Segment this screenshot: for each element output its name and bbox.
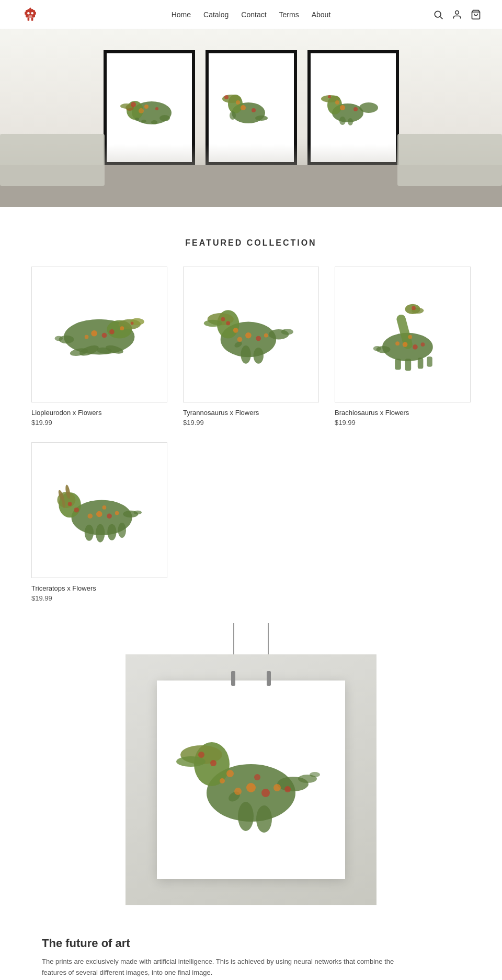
svg-point-74: [264, 333, 268, 338]
promo-section: [0, 623, 502, 916]
svg-point-110: [74, 508, 79, 513]
svg-point-60: [55, 336, 63, 341]
svg-point-44: [335, 100, 339, 105]
svg-point-127: [198, 752, 204, 758]
product-image-brachiosaurus: [335, 267, 471, 402]
svg-point-43: [348, 118, 353, 125]
nav-terms[interactable]: Terms: [279, 10, 299, 19]
svg-point-73: [226, 321, 231, 326]
svg-point-130: [220, 778, 225, 783]
logo-icon: [21, 5, 40, 24]
svg-point-68: [241, 345, 251, 364]
svg-point-41: [353, 107, 358, 111]
dino-svg-brachiosaurus: [352, 284, 453, 385]
svg-point-131: [284, 786, 291, 792]
svg-rect-81: [395, 359, 401, 370]
svg-point-39: [328, 95, 331, 98]
svg-point-104: [118, 523, 126, 538]
svg-point-88: [413, 344, 418, 350]
couch-pillow-right: [397, 134, 502, 186]
product-price-4: $19.99: [31, 594, 167, 602]
svg-point-38: [359, 102, 378, 113]
svg-point-56: [109, 329, 115, 335]
product-card-2[interactable]: Tyrannosaurus x Flowers $19.99: [183, 267, 319, 426]
svg-point-109: [115, 511, 119, 515]
svg-point-9: [29, 7, 31, 9]
svg-point-22: [159, 115, 170, 121]
svg-point-128: [226, 770, 234, 777]
svg-rect-7: [28, 17, 30, 20]
svg-point-10: [435, 11, 441, 17]
svg-point-33: [230, 111, 236, 120]
svg-rect-5: [25, 11, 26, 14]
svg-point-30: [241, 105, 246, 110]
product-card-1[interactable]: Liopleurodon x Flowers $19.99: [31, 267, 167, 426]
cart-icon[interactable]: [471, 9, 481, 20]
svg-point-129: [254, 774, 260, 780]
clip-left: [231, 671, 235, 686]
couch-pillow-left: [0, 134, 105, 186]
svg-point-125: [210, 760, 216, 766]
svg-point-54: [102, 333, 107, 338]
dino-svg-trex: [200, 284, 302, 385]
promo-image-wrap: [126, 654, 376, 905]
product-image-trex: [183, 267, 319, 402]
svg-point-2: [27, 12, 30, 15]
svg-point-100: [134, 511, 142, 515]
svg-point-18: [131, 102, 136, 107]
svg-point-12: [455, 10, 459, 14]
promo-clips: [231, 671, 271, 686]
product-card-3[interactable]: Brachiosaurus x Flowers $19.99: [335, 267, 471, 426]
svg-point-92: [421, 342, 425, 347]
nav-catalog[interactable]: Catalog: [203, 10, 229, 19]
hero-dino-trex: [319, 79, 387, 136]
svg-point-69: [254, 348, 264, 364]
featured-collection: FEATURED COLLECTION: [0, 207, 502, 623]
svg-point-42: [339, 117, 346, 125]
svg-point-64: [204, 320, 222, 327]
svg-rect-84: [427, 357, 432, 367]
search-icon[interactable]: [433, 9, 443, 20]
svg-point-111: [102, 505, 107, 510]
featured-title: FEATURED COLLECTION: [31, 238, 471, 248]
svg-point-120: [238, 802, 254, 831]
svg-point-101: [85, 525, 94, 541]
svg-point-124: [234, 788, 242, 795]
svg-point-53: [92, 330, 98, 337]
product-card-4[interactable]: Triceratops x Flowers $19.99: [31, 442, 167, 602]
product-name-4: Triceratops x Flowers: [31, 584, 167, 592]
svg-point-75: [221, 317, 225, 321]
nav-about[interactable]: About: [312, 10, 331, 19]
svg-point-126: [273, 784, 281, 791]
svg-point-89: [408, 335, 413, 339]
dino-svg-liopleurodon: [49, 284, 150, 385]
svg-point-87: [403, 342, 408, 348]
svg-point-58: [131, 322, 134, 325]
svg-point-23: [151, 120, 157, 124]
svg-point-70: [245, 332, 252, 339]
svg-point-31: [252, 108, 256, 112]
svg-point-72: [237, 337, 243, 342]
svg-point-40: [340, 105, 345, 110]
svg-point-19: [144, 105, 149, 109]
svg-point-108: [68, 502, 72, 506]
hero-dino-triceratops: [115, 82, 183, 134]
account-icon[interactable]: [452, 9, 462, 20]
logo[interactable]: [21, 5, 40, 24]
svg-point-32: [255, 116, 268, 121]
promo-wire-left: [233, 623, 234, 654]
svg-point-90: [412, 306, 416, 310]
promo-wire-right: [268, 623, 269, 654]
svg-point-115: [176, 756, 206, 767]
product-price-3: $19.99: [335, 419, 471, 426]
svg-rect-6: [35, 11, 36, 14]
svg-rect-82: [405, 359, 412, 371]
svg-point-24: [141, 120, 146, 123]
svg-point-66: [281, 329, 293, 335]
nav-contact[interactable]: Contact: [241, 10, 266, 19]
hero-banner: [0, 29, 502, 207]
about-text: The prints are exclusively made with art…: [42, 956, 397, 978]
about-section: The future of art The prints are exclusi…: [0, 916, 502, 980]
hero-dino-carnivore: [217, 79, 285, 136]
nav-home[interactable]: Home: [172, 10, 191, 19]
